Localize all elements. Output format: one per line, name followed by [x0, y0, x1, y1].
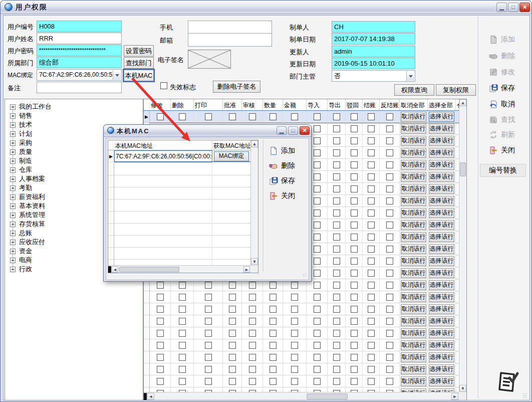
select-row-button[interactable]: 选择该行	[429, 112, 455, 122]
permission-checkbox[interactable]	[351, 366, 358, 373]
tree-item-1[interactable]: +我的工作台	[10, 102, 52, 111]
permission-checkbox[interactable]	[368, 354, 375, 361]
permission-checkbox[interactable]	[333, 354, 340, 361]
permission-checkbox[interactable]	[157, 366, 164, 373]
permission-checkbox[interactable]	[314, 330, 321, 337]
permission-checkbox[interactable]	[179, 330, 186, 337]
permission-checkbox[interactable]	[386, 125, 393, 132]
scroll-down-arrow[interactable]: ▼	[251, 258, 258, 265]
permission-checkbox[interactable]	[179, 282, 186, 289]
get-mac-column-header[interactable]: 获取MAC地址	[212, 140, 251, 150]
permission-checkbox[interactable]	[333, 342, 340, 349]
hscroll-thumb[interactable]	[119, 267, 179, 272]
mac-bind-combo[interactable]: 7C:67:A2:9F:C6:26,00:50:5	[37, 69, 122, 81]
cancel-row-button[interactable]: 取消该行	[401, 196, 427, 206]
permission-checkbox[interactable]	[314, 306, 321, 313]
permission-checkbox[interactable]	[314, 149, 321, 156]
expand-plus-icon[interactable]: +	[10, 222, 16, 227]
permission-checkbox[interactable]	[291, 342, 298, 349]
permission-checkbox[interactable]	[291, 330, 298, 337]
permission-checkbox[interactable]	[368, 222, 375, 229]
document-check-icon[interactable]	[493, 368, 520, 397]
select-row-button[interactable]: 选择该行	[429, 280, 455, 290]
tree-item-5[interactable]: +采购	[10, 138, 32, 147]
permission-checkbox[interactable]	[386, 378, 393, 385]
permission-checkbox[interactable]	[333, 366, 340, 373]
permission-checkbox[interactable]	[270, 294, 277, 301]
chevron-down-icon[interactable]	[406, 71, 414, 81]
cancel-row-button[interactable]: 取消该行	[401, 172, 427, 182]
permission-checkbox[interactable]	[314, 258, 321, 265]
mac-grid-vscrollbar[interactable]: ▲▼	[250, 140, 258, 265]
expand-plus-icon[interactable]: +	[10, 249, 16, 254]
cancel-row-button[interactable]: 取消该行	[401, 160, 427, 170]
permission-checkbox[interactable]	[229, 113, 236, 120]
splitter-handle[interactable]	[144, 393, 147, 400]
permission-checkbox[interactable]	[351, 149, 358, 156]
permission-checkbox[interactable]	[229, 294, 236, 301]
cancel-row-button[interactable]: 取消该行	[401, 292, 427, 302]
permission-checkbox[interactable]	[249, 342, 256, 349]
permission-checkbox[interactable]	[351, 342, 358, 349]
grid-vscrollbar[interactable]: ▲▼	[459, 99, 466, 392]
permission-checkbox[interactable]	[351, 246, 358, 253]
permission-checkbox[interactable]	[386, 318, 393, 325]
permission-checkbox[interactable]	[270, 318, 277, 325]
password-field[interactable]: *******************************	[37, 45, 122, 56]
permission-checkbox[interactable]	[229, 366, 236, 373]
permission-checkbox[interactable]	[157, 330, 164, 337]
permission-checkbox[interactable]	[179, 306, 186, 313]
permission-checkbox[interactable]	[351, 378, 358, 385]
permission-checkbox[interactable]	[333, 282, 340, 289]
permission-checkbox[interactable]	[249, 306, 256, 313]
permission-checkbox[interactable]	[386, 210, 393, 217]
permission-checkbox[interactable]	[205, 318, 212, 325]
permission-checkbox[interactable]	[368, 173, 375, 180]
permission-checkbox[interactable]	[386, 270, 393, 277]
permission-checkbox[interactable]	[386, 294, 393, 301]
select-row-button[interactable]: 选择该行	[429, 124, 455, 134]
tree-item-3[interactable]: +技术	[10, 120, 32, 129]
scroll-up-arrow[interactable]: ▲	[251, 140, 258, 147]
tree-item-4[interactable]: +计划	[10, 129, 32, 138]
permission-checkbox[interactable]	[314, 294, 321, 301]
dept-manager-combo[interactable]: 否	[332, 70, 415, 82]
cancel-row-button[interactable]: 取消该行	[401, 232, 427, 242]
permission-checkbox[interactable]	[205, 378, 212, 385]
permission-checkbox[interactable]	[351, 318, 358, 325]
hscroll-thumb[interactable]	[307, 393, 348, 399]
permission-checkbox[interactable]	[314, 318, 321, 325]
permission-checkbox[interactable]	[368, 306, 375, 313]
dialog-maximize-button[interactable]: □	[288, 126, 298, 135]
permission-checkbox[interactable]	[291, 294, 298, 301]
permission-checkbox[interactable]	[314, 270, 321, 277]
permission-checkbox[interactable]	[368, 137, 375, 144]
expand-plus-icon[interactable]: +	[10, 185, 16, 191]
permission-checkbox[interactable]	[314, 378, 321, 385]
dialog-button-close[interactable]: 关闭	[269, 190, 309, 202]
permission-checkbox[interactable]	[333, 378, 340, 385]
select-row-button[interactable]: 选择该行	[429, 316, 455, 326]
tree-item-11[interactable]: +薪资福利	[10, 192, 45, 202]
chevron-down-icon[interactable]	[113, 70, 121, 80]
cancel-row-button[interactable]: 取消该行	[401, 124, 427, 134]
permission-checkbox[interactable]	[270, 342, 277, 349]
permission-checkbox[interactable]	[314, 222, 321, 229]
user-name-field[interactable]: RRR	[37, 33, 122, 44]
permission-checkbox[interactable]	[368, 234, 375, 241]
column-header-14[interactable]: 选择全部	[428, 99, 456, 111]
permission-checkbox[interactable]	[368, 161, 375, 168]
column-header-7[interactable]: 金额	[283, 99, 307, 111]
create-date-field[interactable]: 2017-07-07 14:19:38	[332, 33, 415, 45]
permission-checkbox[interactable]	[179, 354, 186, 361]
permission-checkbox[interactable]	[270, 113, 277, 120]
dialog-button-delete[interactable]: 删除	[269, 160, 309, 172]
permission-checkbox[interactable]	[270, 282, 277, 289]
column-header-8[interactable]: 导入	[307, 99, 328, 111]
permission-checkbox[interactable]	[368, 378, 375, 385]
permission-checkbox[interactable]	[249, 282, 256, 289]
toolbar-item-save[interactable]: 保存	[480, 82, 530, 94]
expand-plus-icon[interactable]: +	[10, 231, 16, 236]
permission-checkbox[interactable]	[351, 294, 358, 301]
permission-checkbox[interactable]	[229, 330, 236, 337]
